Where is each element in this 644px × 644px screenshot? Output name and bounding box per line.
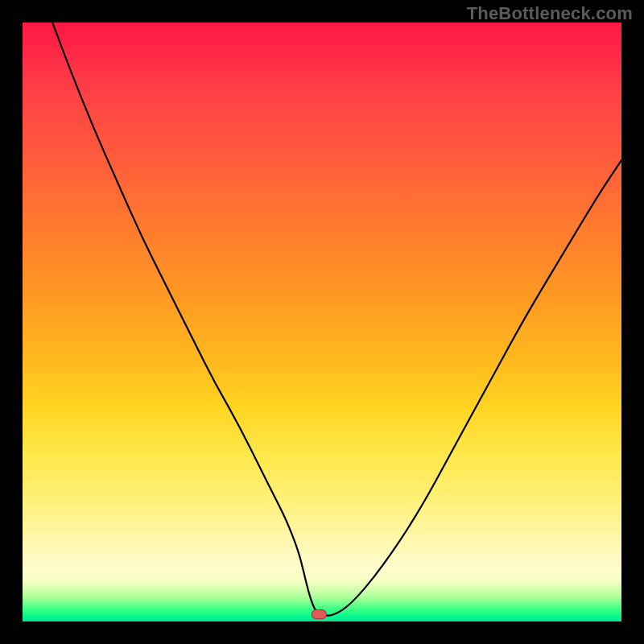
minimum-marker: [312, 610, 326, 619]
watermark-text: TheBottleneck.com: [467, 3, 633, 24]
curve-layer: [23, 23, 621, 621]
bottleneck-curve: [52, 23, 621, 616]
chart-frame: TheBottleneck.com: [0, 0, 644, 644]
plot-area: [23, 23, 621, 621]
